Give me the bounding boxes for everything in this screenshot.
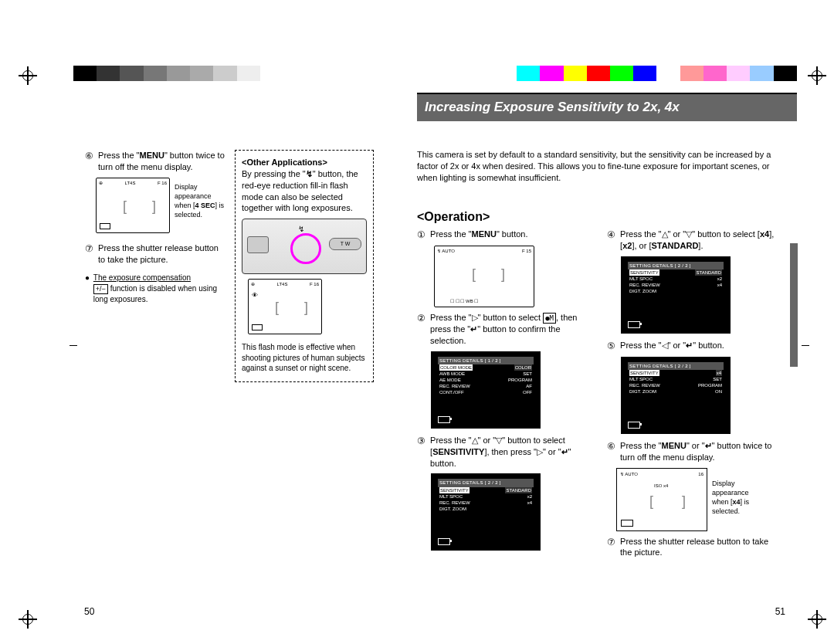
step-text: Press the "△" or "▽" button to select [S… xyxy=(430,435,594,469)
step-number: ⑦ xyxy=(85,242,93,255)
other-applications-caption: This flash mode is effective when shooti… xyxy=(242,342,367,374)
page-number-right: 51 xyxy=(775,605,785,618)
lcd-menu-3: SETTING DETAILS [ 2 / 2 ]SENSITIVITYSTAN… xyxy=(621,256,731,334)
lcd-menu-2: SETTING DETAILS [ 2 / 2 ]SENSITIVITYSTAN… xyxy=(431,473,541,551)
section-title: Increasing Exposure Sensitivity to 2x, 4… xyxy=(417,93,797,121)
left-col-a: ⑥ Press the "MENU" button twice to turn … xyxy=(85,150,228,304)
exposure-comp-icon: +/− xyxy=(93,284,108,294)
lcd-menu-1: SETTING DETAILS [ 1 / 2 ]COLOR MODECOLOR… xyxy=(431,351,541,429)
step-text: Press the shutter release button to take… xyxy=(620,536,780,559)
step-number: ④ xyxy=(607,229,615,241)
operation-col-right: ④ Press the "△" or "▽" button to select … xyxy=(607,229,781,563)
step-text: Press the "MENU" or "↵" button twice to … xyxy=(620,440,780,463)
color-calibration-strip xyxy=(73,66,797,81)
intro-paragraph: This camera is set by default to a stand… xyxy=(417,149,780,184)
registration-mark xyxy=(808,66,826,85)
step-text: Press the "MENU" button. xyxy=(430,229,594,240)
operation-col-left: ① Press the "MENU" button. ↯ AUTOF 15 [ … xyxy=(417,229,595,557)
step-number: ② xyxy=(417,312,425,324)
camera-illustration: ↯ T W xyxy=(242,219,367,274)
lcd-preview-4sec: ⊕LT4SF 16 [ ] xyxy=(96,178,170,233)
step-number: ⑤ xyxy=(607,340,615,352)
note-text: The exposure compensation +/− function i… xyxy=(93,273,227,304)
other-applications-title: <Other Applications> xyxy=(242,157,367,168)
side-tab xyxy=(790,243,798,367)
lcd-preview-redeye: ⊕LT4SF 16 👁 [ ] xyxy=(248,279,322,334)
display-caption: Display appearance when [4 SEC] is selec… xyxy=(175,182,229,220)
lcd-after-menu: ↯ AUTOF 15 [ ] ☐ ☐ ☐ WB ☐ xyxy=(434,246,534,307)
registration-mark xyxy=(808,610,826,629)
step-number: ⑥ xyxy=(85,150,93,162)
step-number: ⑦ xyxy=(607,536,615,548)
other-applications-box: <Other Applications> By pressing the "↯"… xyxy=(235,150,374,382)
crop-mark xyxy=(70,345,77,346)
step-number: ⑥ xyxy=(607,440,615,452)
crop-mark xyxy=(802,345,809,346)
step-number: ① xyxy=(417,229,425,241)
other-applications-para: By pressing the "↯" button, the red-eye … xyxy=(242,168,367,214)
step-number: ③ xyxy=(417,435,425,447)
step-text: Press the "◁" or "↵" button. xyxy=(620,340,780,351)
lcd-menu-4: SETTING DETAILS [ 2 / 2 ]SENSITIVITYx4ML… xyxy=(621,357,731,434)
registration-mark xyxy=(19,66,37,85)
page-number-left: 50 xyxy=(84,605,94,618)
note-bullet: ● xyxy=(85,273,90,283)
operation-heading: <Operation> xyxy=(417,208,490,225)
display-caption: Display appearance when [x4] is selected… xyxy=(712,479,766,517)
step-text: Press the "▷" button to select ●M, then … xyxy=(430,312,594,347)
lcd-iso-x4: ↯ AUTO16 ISO x4 [ ] xyxy=(616,468,707,531)
step-text: Press the "MENU" button twice to turn of… xyxy=(98,150,227,173)
highlighted-button xyxy=(290,233,321,264)
step-text: Press the "△" or "▽" button to select [x… xyxy=(620,229,780,252)
step-text: Press the shutter release button to take… xyxy=(98,242,227,266)
registration-mark xyxy=(19,610,37,629)
